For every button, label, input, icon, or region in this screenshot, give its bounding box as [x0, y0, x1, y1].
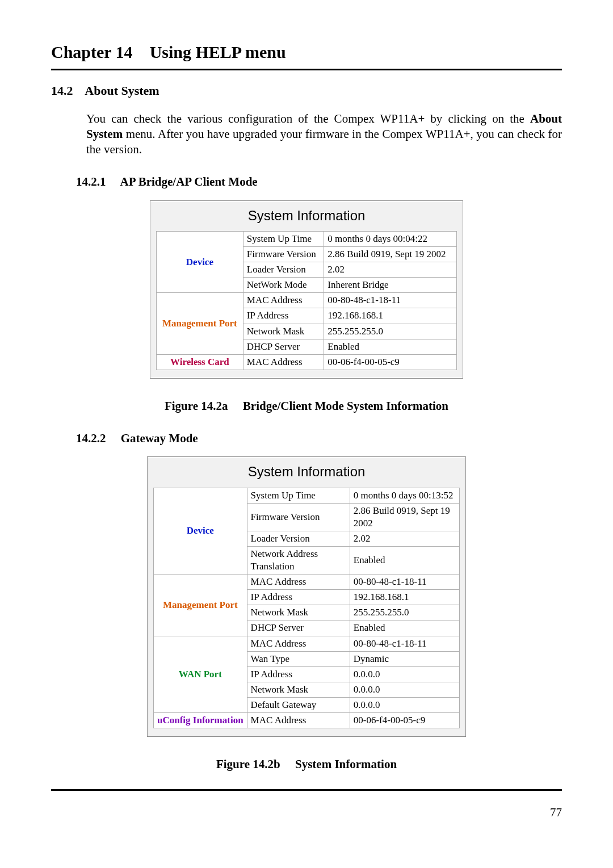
system-info-panel-gateway: System Information Device System Up Time… — [147, 456, 466, 737]
table-row: Wireless Card MAC Address 00-06-f4-00-05… — [157, 354, 457, 370]
category-management-port: Management Port — [154, 575, 247, 636]
field-label: IP Address — [243, 308, 324, 324]
field-label: DHCP Server — [243, 339, 324, 354]
table-row: Management Port MAC Address 00-80-48-c1-… — [157, 293, 457, 308]
field-label: Default Gateway — [247, 697, 350, 712]
chapter-title-text: Using HELP menu — [150, 43, 286, 61]
field-value: 00-06-f4-00-05-c9 — [324, 354, 457, 370]
field-label: DHCP Server — [247, 620, 350, 636]
figure-title: System Information — [295, 757, 397, 771]
section-title: About System — [85, 83, 159, 98]
field-label: Firmware Version — [247, 503, 350, 531]
field-value: Enabled — [350, 546, 459, 574]
subsection-number: 14.2.1 — [76, 175, 106, 188]
chapter-heading: Chapter 14 Using HELP menu — [51, 41, 562, 63]
field-label: System Up Time — [247, 488, 350, 503]
field-value: 255.255.255.0 — [324, 324, 457, 339]
table-row: uConfig Information MAC Address 00-06-f4… — [154, 713, 460, 728]
section-number: 14.2 — [51, 83, 73, 98]
category-management-port: Management Port — [157, 293, 243, 354]
section-heading: 14.2 About System — [51, 83, 562, 99]
field-label: IP Address — [247, 590, 350, 605]
figure-number: Figure 14.2b — [216, 757, 280, 771]
subsection-title: AP Bridge/AP Client Mode — [120, 175, 258, 188]
field-label: Network Address Translation — [247, 546, 350, 574]
table-row: Management Port MAC Address 00-80-48-c1-… — [154, 575, 460, 590]
subsection-heading-1: 14.2.1 AP Bridge/AP Client Mode — [76, 174, 562, 190]
field-label: Wan Type — [247, 651, 350, 666]
rule-top — [51, 69, 562, 70]
field-value: 255.255.255.0 — [350, 605, 459, 620]
field-value: 192.168.168.1 — [324, 308, 457, 324]
field-label: MAC Address — [247, 636, 350, 651]
field-label: MAC Address — [247, 713, 350, 728]
field-label: System Up Time — [243, 231, 324, 246]
field-value: 0 months 0 days 00:13:52 — [350, 488, 459, 503]
subsection-number: 14.2.2 — [76, 431, 106, 445]
field-value: 2.86 Build 0919, Sept 19 2002 — [324, 247, 457, 262]
field-label: Firmware Version — [243, 247, 324, 262]
subsection-title: Gateway Mode — [121, 431, 198, 445]
field-value: 0 months 0 days 00:04:22 — [324, 231, 457, 246]
field-label: MAC Address — [247, 575, 350, 590]
field-value: 00-80-48-c1-18-11 — [350, 636, 459, 651]
field-value: Enabled — [350, 620, 459, 636]
field-value: Dynamic — [350, 651, 459, 666]
field-value: 0.0.0.0 — [350, 666, 459, 682]
rule-bottom — [51, 789, 562, 791]
chapter-label: Chapter 14 — [51, 43, 133, 61]
field-value: 00-80-48-c1-18-11 — [324, 293, 457, 308]
field-label: Network Mask — [247, 605, 350, 620]
field-label: Loader Version — [243, 262, 324, 278]
category-wireless-card: Wireless Card — [157, 354, 243, 370]
field-value: 0.0.0.0 — [350, 697, 459, 712]
figure-caption-1: Figure 14.2a Bridge/Client Mode System I… — [51, 399, 562, 414]
figure-number: Figure 14.2a — [165, 399, 228, 413]
panel-title: System Information — [150, 201, 463, 231]
field-label: MAC Address — [243, 293, 324, 308]
system-info-table: Device System Up Time 0 months 0 days 00… — [156, 231, 457, 370]
category-device: Device — [154, 488, 247, 575]
panel-title: System Information — [148, 457, 465, 487]
field-value: 192.168.168.1 — [350, 590, 459, 605]
table-row: WAN Port MAC Address 00-80-48-c1-18-11 — [154, 636, 460, 651]
field-label: Loader Version — [247, 531, 350, 546]
field-value: 2.86 Build 0919, Sept 19 2002 — [350, 503, 459, 531]
field-label: Network Mask — [243, 324, 324, 339]
page-number: 77 — [51, 805, 562, 820]
field-value: Enabled — [324, 339, 457, 354]
field-value: 00-80-48-c1-18-11 — [350, 575, 459, 590]
category-uconfig: uConfig Information — [154, 713, 247, 728]
section-body: You can check the various configuration … — [86, 111, 562, 158]
field-label: MAC Address — [243, 354, 324, 370]
body-run2: menu. After you have upgraded your firmw… — [86, 127, 562, 156]
subsection-heading-2: 14.2.2 Gateway Mode — [76, 431, 562, 446]
body-run1: You can check the various configuration … — [86, 112, 530, 125]
table-row: Device System Up Time 0 months 0 days 00… — [157, 231, 457, 246]
field-label: IP Address — [247, 666, 350, 682]
table-row: Device System Up Time 0 months 0 days 00… — [154, 488, 460, 503]
field-value: 2.02 — [350, 531, 459, 546]
field-value: Inherent Bridge — [324, 278, 457, 293]
system-info-table: Device System Up Time 0 months 0 days 00… — [153, 488, 460, 729]
figure-title: Bridge/Client Mode System Information — [243, 399, 448, 413]
field-value: 0.0.0.0 — [350, 682, 459, 697]
category-device: Device — [157, 231, 243, 292]
figure-caption-2: Figure 14.2b System Information — [51, 757, 562, 772]
field-label: Network Mask — [247, 682, 350, 697]
field-label: NetWork Mode — [243, 278, 324, 293]
field-value: 2.02 — [324, 262, 457, 278]
system-info-panel-bridge: System Information Device System Up Time… — [150, 200, 463, 379]
category-wan-port: WAN Port — [154, 636, 247, 712]
field-value: 00-06-f4-00-05-c9 — [350, 713, 459, 728]
